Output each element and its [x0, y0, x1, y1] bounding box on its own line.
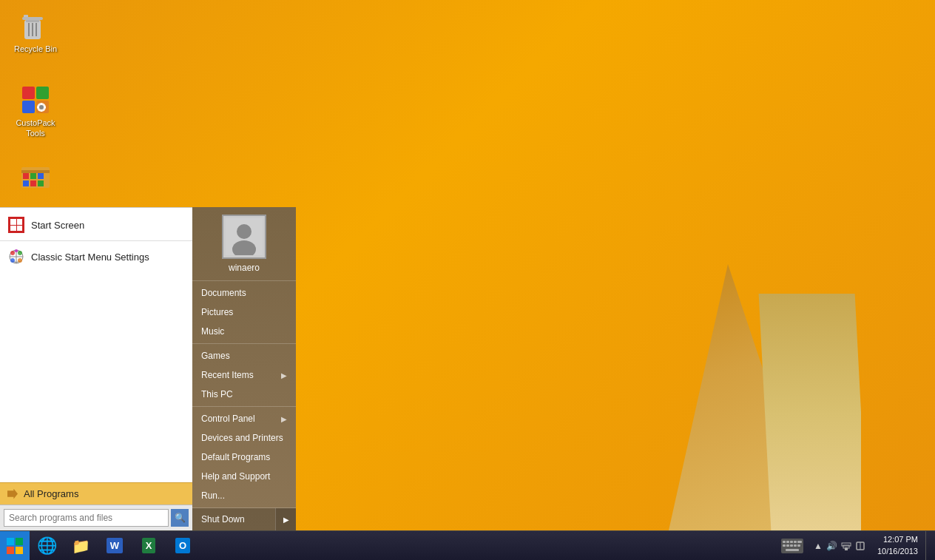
all-programs-button[interactable]: All Programs	[0, 482, 192, 505]
svg-rect-10	[22, 101, 35, 113]
right-item-pictures[interactable]: Pictures	[192, 303, 296, 322]
svg-rect-48	[786, 549, 799, 551]
right-item-default-programs[interactable]: Default Programs	[192, 448, 296, 467]
svg-rect-19	[21, 170, 50, 173]
systray-chevron[interactable]: ▲	[812, 540, 824, 552]
right-item-music[interactable]: Music	[192, 322, 296, 341]
desktop-icon-item3[interactable]	[6, 155, 65, 195]
taskbar-pinned-icons: 🌐 📁 W X O	[30, 531, 200, 560]
svg-rect-1	[22, 17, 43, 20]
classic-settings-item[interactable]: Classic Start Menu Settings	[0, 243, 192, 270]
svg-rect-22	[38, 173, 44, 179]
right-separator-1	[192, 343, 296, 344]
custopack-label: CustoPackTools	[16, 118, 55, 139]
systray-flag-icon[interactable]	[854, 540, 866, 552]
svg-rect-9	[36, 87, 49, 99]
svg-rect-45	[790, 544, 793, 547]
desktop-icon-recycle-bin[interactable]: Recycle Bin	[6, 7, 65, 58]
svg-point-13	[39, 105, 44, 109]
svg-rect-24	[30, 181, 36, 186]
systray-network-icon[interactable]	[840, 540, 852, 552]
right-menu-items: Documents Pictures Music Games Recent It…	[192, 281, 296, 507]
desktop-shape-rect	[759, 294, 861, 530]
recent-items-arrow-icon: ▶	[281, 371, 287, 379]
right-item-devices-printers[interactable]: Devices and Printers	[192, 428, 296, 448]
all-programs-label: All Programs	[24, 488, 78, 499]
desktop-icon-custopack[interactable]: CustoPackTools	[6, 81, 65, 143]
user-avatar	[222, 215, 266, 259]
shutdown-row: Shut Down ▶	[192, 507, 296, 530]
svg-point-32	[18, 258, 22, 263]
taskbar-word-button[interactable]: W	[98, 531, 132, 561]
show-desktop-button[interactable]	[925, 531, 931, 561]
excel-icon: X	[142, 538, 156, 553]
control-panel-arrow-icon: ▶	[281, 415, 287, 423]
right-item-run[interactable]: Run...	[192, 486, 296, 505]
ie-icon: 🌐	[37, 536, 57, 556]
system-tray: ▲ 🔊	[809, 540, 870, 552]
keyboard-layout-indicator[interactable]	[777, 531, 807, 561]
search-input[interactable]	[4, 509, 169, 527]
user-profile-area[interactable]: winaero	[192, 207, 296, 281]
svg-rect-14	[41, 103, 42, 105]
all-programs-arrow-icon	[7, 489, 18, 499]
svg-rect-17	[44, 107, 46, 108]
svg-rect-43	[783, 544, 786, 547]
svg-rect-42	[797, 541, 802, 543]
right-item-control-panel[interactable]: Control Panel ▶	[192, 409, 296, 428]
start-screen-item[interactable]: Start Screen	[0, 212, 192, 238]
systray-volume-icon[interactable]: 🔊	[826, 540, 838, 552]
taskbar-right-area: ▲ 🔊 12:07 PM 10/16/2013	[777, 531, 935, 560]
svg-rect-46	[794, 544, 797, 547]
shutdown-arrow-icon: ▶	[283, 516, 289, 524]
svg-rect-44	[786, 544, 789, 547]
clock-date: 10/16/2013	[877, 546, 918, 557]
svg-point-35	[237, 224, 252, 239]
taskbar: 🌐 📁 W X O	[0, 530, 935, 560]
taskbar-start-button[interactable]	[0, 531, 30, 561]
taskbar-outlook-button[interactable]: O	[166, 531, 200, 561]
word-icon: W	[107, 538, 123, 553]
search-button[interactable]: 🔍	[171, 509, 189, 527]
explorer-icon: 📁	[72, 537, 90, 555]
right-item-documents[interactable]: Documents	[192, 283, 296, 303]
outlook-icon: O	[175, 538, 190, 553]
classic-settings-icon	[7, 248, 25, 266]
shutdown-button[interactable]: Shut Down	[192, 508, 275, 530]
start-screen-label: Start Screen	[31, 220, 84, 231]
svg-rect-8	[22, 87, 35, 99]
svg-rect-21	[30, 173, 36, 179]
start-menu-pinned-items: Start Screen	[0, 208, 192, 482]
menu-separator-1	[0, 240, 192, 241]
classic-settings-label: Classic Start Menu Settings	[31, 252, 149, 263]
right-item-games[interactable]: Games	[192, 346, 296, 365]
taskbar-excel-button[interactable]: X	[132, 531, 166, 561]
svg-rect-38	[783, 541, 786, 543]
svg-rect-47	[797, 544, 800, 547]
svg-point-33	[15, 249, 18, 252]
start-menu-right-panel: winaero Documents Pictures Music Games R…	[192, 207, 296, 530]
svg-point-31	[10, 258, 15, 263]
svg-rect-23	[23, 181, 29, 186]
right-item-help-support[interactable]: Help and Support	[192, 467, 296, 486]
taskbar-ie-button[interactable]: 🌐	[30, 531, 64, 561]
taskbar-clock[interactable]: 12:07 PM 10/16/2013	[871, 534, 924, 557]
svg-point-29	[10, 251, 15, 255]
right-item-this-pc[interactable]: This PC	[192, 385, 296, 404]
recycle-bin-icon	[21, 11, 50, 41]
svg-rect-40	[790, 541, 793, 543]
start-menu-left-panel: Start Screen	[0, 207, 192, 530]
keyboard-icon	[781, 539, 803, 553]
svg-point-30	[18, 251, 22, 255]
taskbar-explorer-button[interactable]: 📁	[64, 531, 98, 561]
start-screen-icon	[7, 216, 25, 234]
search-bar: 🔍	[0, 505, 192, 530]
username-label: winaero	[229, 263, 260, 273]
clock-time: 12:07 PM	[883, 534, 918, 545]
start-menu: Start Screen	[0, 207, 296, 530]
svg-rect-15	[41, 109, 42, 112]
svg-rect-16	[37, 107, 39, 108]
shutdown-arrow-button[interactable]: ▶	[275, 508, 296, 530]
recycle-bin-label: Recycle Bin	[14, 44, 57, 54]
right-item-recent-items[interactable]: Recent Items ▶	[192, 365, 296, 385]
